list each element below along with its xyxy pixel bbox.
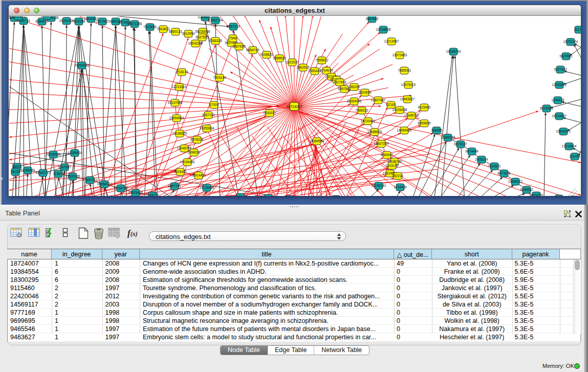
svg-text:16914479: 16914479 [191, 173, 206, 177]
svg-text:3912954: 3912954 [182, 32, 195, 35]
svg-text:10671355: 10671355 [127, 22, 142, 26]
svg-text:20364436: 20364436 [347, 99, 362, 103]
svg-text:17016504: 17016504 [562, 144, 577, 148]
svg-text:16210647: 16210647 [552, 114, 567, 118]
svg-text:39154: 39154 [11, 170, 20, 173]
svg-text:19654963: 19654963 [169, 116, 184, 120]
svg-text:1322037: 1322037 [286, 60, 299, 64]
svg-text:6794024: 6794024 [320, 69, 333, 72]
svg-text:8386379: 8386379 [35, 19, 49, 23]
svg-text:14353964: 14353964 [200, 126, 214, 130]
svg-text:10973493: 10973493 [393, 53, 407, 57]
svg-text:18724007: 18724007 [286, 105, 302, 108]
svg-text:1362615: 1362615 [296, 65, 310, 69]
svg-text:10648764: 10648764 [446, 50, 461, 53]
svg-text:7632621: 7632621 [488, 164, 501, 168]
svg-text:10025438: 10025438 [393, 108, 407, 112]
svg-text:1527602: 1527602 [96, 19, 109, 23]
svg-text:2367608: 2367608 [232, 45, 246, 48]
svg-text:9329961: 9329961 [559, 54, 573, 58]
svg-text:8215955: 8215955 [540, 106, 553, 110]
svg-text:7386322: 7386322 [355, 108, 368, 112]
svg-text:12923448: 12923448 [128, 191, 143, 194]
svg-text:2687662: 2687662 [365, 17, 379, 20]
svg-text:7803144: 7803144 [213, 76, 226, 79]
svg-text:164095: 164095 [431, 128, 442, 132]
svg-text:19463627: 19463627 [400, 97, 415, 101]
svg-text:10154808: 10154808 [376, 28, 391, 31]
svg-text:15692971: 15692971 [556, 129, 571, 133]
svg-text:9327503: 9327503 [195, 35, 209, 39]
svg-text:8186328: 8186328 [209, 39, 222, 42]
svg-text:16782759: 16782759 [114, 186, 128, 190]
svg-text:9397587: 9397587 [58, 165, 71, 169]
svg-text:2530027: 2530027 [263, 111, 276, 115]
svg-text:19384554: 19384554 [310, 139, 324, 143]
svg-text:10688609: 10688609 [367, 130, 382, 134]
svg-text:12093872: 12093872 [552, 83, 567, 86]
svg-text:58226058: 58226058 [195, 30, 210, 33]
svg-text:7955812: 7955812 [315, 58, 329, 62]
svg-text:16958127: 16958127 [97, 182, 112, 186]
svg-text:10046788: 10046788 [177, 146, 192, 150]
svg-text:9245052: 9245052 [520, 188, 533, 191]
svg-text:85001: 85001 [12, 165, 21, 168]
svg-text:19099489: 19099489 [180, 160, 195, 164]
svg-text:8471676: 8471676 [497, 171, 511, 175]
svg-text:7485063: 7485063 [398, 69, 411, 72]
svg-text:252214: 252214 [392, 174, 403, 178]
svg-text:18807249: 18807249 [374, 142, 389, 145]
svg-text:10807487: 10807487 [371, 98, 386, 102]
svg-text:96532871: 96532871 [11, 16, 26, 18]
svg-text:9457791: 9457791 [168, 184, 181, 188]
svg-text:02606474: 02606474 [233, 195, 248, 196]
svg-text:746206: 746206 [349, 85, 360, 89]
svg-text:12505135: 12505135 [66, 174, 80, 178]
svg-text:17006: 17006 [209, 103, 219, 106]
svg-text:8454749: 8454749 [246, 48, 259, 52]
svg-text:12213319: 12213319 [172, 85, 187, 89]
svg-text:15720407: 15720407 [361, 119, 376, 123]
svg-text:9474444: 9474444 [465, 149, 478, 153]
svg-text:8878334: 8878334 [190, 138, 204, 141]
svg-text:9146821: 9146821 [260, 53, 273, 56]
svg-text:3624554: 3624554 [358, 91, 372, 94]
svg-text:7625402: 7625402 [173, 170, 187, 173]
svg-text:2935114: 2935114 [475, 158, 488, 161]
svg-text:15136141: 15136141 [372, 184, 386, 187]
svg-text:7515526: 7515526 [143, 25, 157, 29]
svg-text:114519: 114519 [53, 172, 64, 176]
svg-text:10654112: 10654112 [508, 180, 523, 183]
svg-text:1244415: 1244415 [551, 98, 564, 102]
svg-text:51462704: 51462704 [208, 18, 223, 22]
svg-text:9227342: 9227342 [554, 68, 567, 71]
svg-text:12975115: 12975115 [401, 83, 416, 86]
svg-text:19166825: 19166825 [172, 132, 187, 135]
svg-text:7917693: 7917693 [333, 80, 346, 84]
svg-text:19389215: 19389215 [441, 136, 455, 139]
svg-text:15751074: 15751074 [563, 40, 578, 43]
svg-text:116753: 116753 [569, 155, 580, 158]
svg-text:8660123: 8660123 [169, 30, 182, 33]
svg-text:1226916: 1226916 [40, 16, 54, 17]
svg-text:12213967: 12213967 [384, 39, 399, 43]
svg-text:20206536: 20206536 [46, 152, 61, 156]
svg-text:1990443: 1990443 [308, 69, 321, 73]
svg-text:16543382: 16543382 [188, 41, 203, 45]
svg-text:11156829: 11156829 [20, 168, 35, 172]
svg-text:12942737: 12942737 [36, 171, 51, 174]
svg-text:9684067: 9684067 [380, 153, 394, 157]
svg-text:1733426: 1733426 [394, 185, 407, 189]
svg-text:17957253: 17957253 [83, 178, 98, 182]
svg-text:20053346: 20053346 [75, 63, 90, 67]
svg-text:7546: 7546 [229, 36, 237, 40]
svg-text:17359924: 17359924 [68, 151, 82, 155]
svg-text:2718179: 2718179 [175, 70, 188, 74]
svg-text:34624751: 34624751 [529, 193, 544, 196]
svg-text:10495752: 10495752 [404, 114, 419, 117]
svg-text:62160: 62160 [386, 103, 396, 106]
svg-text:15716485: 15716485 [200, 186, 214, 189]
svg-text:6899695: 6899695 [418, 121, 431, 125]
svg-text:1615132: 1615132 [385, 164, 399, 167]
svg-text:1326773: 1326773 [146, 193, 159, 196]
